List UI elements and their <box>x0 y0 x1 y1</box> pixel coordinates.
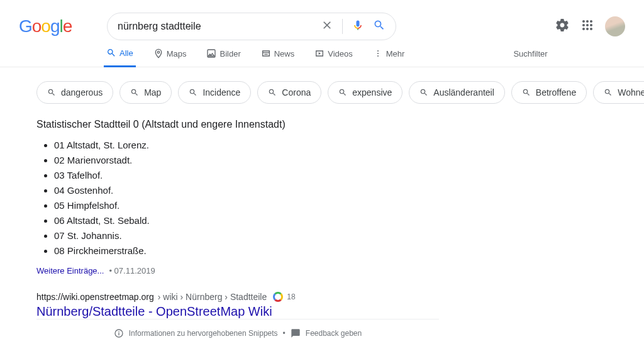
chip[interactable]: Ausländeranteil <box>409 81 505 104</box>
video-icon <box>314 48 325 58</box>
search-box <box>107 13 396 40</box>
google-logo[interactable]: Google <box>19 16 77 36</box>
list-item: 04 Gostenhof. <box>54 183 402 198</box>
news-icon <box>261 48 271 58</box>
tab-videos[interactable]: Videos <box>312 48 355 66</box>
list-item: 08 Pirckheimerstraße. <box>54 243 402 258</box>
tab-bilder[interactable]: Bilder <box>204 48 243 66</box>
chip[interactable]: expensive <box>328 81 402 104</box>
list-item: 06 Altstadt, St. Sebald. <box>54 213 402 228</box>
chip[interactable]: Map <box>119 81 172 104</box>
tab-maps[interactable]: Maps <box>151 48 189 66</box>
tab-label: Videos <box>328 49 353 58</box>
clear-icon[interactable] <box>321 19 333 34</box>
list-item: 03 Tafelhof. <box>54 168 402 183</box>
tabs-bar: Alle Maps Bilder News Videos Mehr Suchfi… <box>0 40 644 67</box>
list-item: 07 St. Johannis. <box>54 228 402 243</box>
chip[interactable]: dangerous <box>36 81 113 104</box>
image-icon <box>206 48 216 58</box>
list-item: 02 Marienvorstadt. <box>54 153 402 168</box>
info-icon <box>114 328 124 338</box>
chip[interactable]: Wohnen <box>593 81 644 104</box>
snippet-heading: Statistischer Stadtteil 0 (Altstadt und … <box>36 119 402 130</box>
list-item: 05 Himpfelshof. <box>54 198 402 213</box>
tab-label: Alle <box>119 48 133 58</box>
tab-label: News <box>274 49 295 58</box>
search-icon[interactable] <box>373 19 386 34</box>
tab-alle[interactable]: Alle <box>104 48 136 67</box>
feedback-bar: Informationen zu hervorgehobenen Snippet… <box>36 319 439 339</box>
list-item: 01 Altstadt, St. Lorenz. <box>54 138 402 153</box>
tab-label: Maps <box>167 49 187 58</box>
pin-icon <box>153 48 164 58</box>
apps-icon[interactable] <box>580 18 595 35</box>
result-title[interactable]: Nürnberg/Stadtteile - OpenStreetMap Wiki <box>36 304 272 318</box>
avatar[interactable] <box>605 16 625 36</box>
svg-point-2 <box>377 55 379 57</box>
chip[interactable]: Betroffene <box>511 81 587 104</box>
feedback-icon <box>291 328 301 338</box>
tab-label: Mehr <box>386 49 405 58</box>
more-icon <box>373 48 383 58</box>
result-count: 18 <box>287 292 295 301</box>
gear-icon[interactable] <box>555 18 570 35</box>
related-chips: dangerousMapIncidenceCoronaexpensiveAusl… <box>0 67 644 104</box>
chip[interactable]: Corona <box>257 81 321 104</box>
more-entries-link[interactable]: Weitere Einträge... <box>36 266 104 275</box>
voice-search-icon[interactable] <box>352 19 364 34</box>
snippet-info-link[interactable]: Informationen zu hervorgehobenen Snippet… <box>129 329 278 338</box>
snippet-list: 01 Altstadt, St. Lorenz.02 Marienvorstad… <box>36 138 402 258</box>
result-url[interactable]: https://wiki.openstreetmap.org › wiki › … <box>36 292 402 302</box>
give-feedback-link[interactable]: Feedback geben <box>306 329 362 338</box>
chip[interactable]: Incidence <box>178 81 251 104</box>
search-icon <box>106 48 116 58</box>
search-input[interactable] <box>118 21 321 32</box>
tab-mehr[interactable]: Mehr <box>370 48 408 66</box>
svg-point-1 <box>377 53 379 54</box>
svg-point-0 <box>377 50 379 52</box>
osm-favicon <box>273 292 283 302</box>
snippet-date: • 07.11.2019 <box>109 266 155 275</box>
suchfilter-link[interactable]: Suchfilter <box>513 49 547 66</box>
tab-news[interactable]: News <box>258 48 297 66</box>
tab-label: Bilder <box>219 49 240 58</box>
